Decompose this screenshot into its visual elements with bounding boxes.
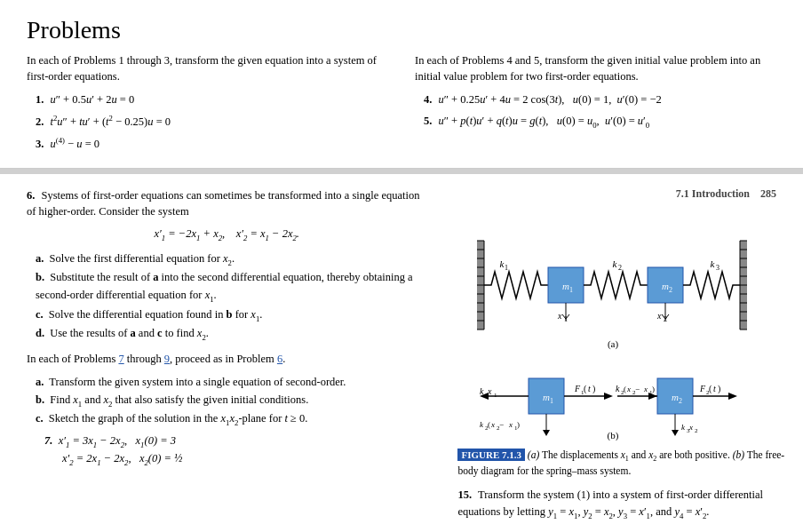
figure-container: k 1 m 1 x 1 [457,214,785,479]
sub-label-b: b. [36,271,44,283]
svg-text:(: ( [709,384,712,394]
svg-text:m: m [672,392,679,402]
svg-text:m: m [562,281,569,291]
svg-text:(b): (b) [607,430,618,441]
svg-text:2: 2 [669,286,672,294]
problem-6-num: 6. [27,189,35,202]
free-body-svg: m 1 k 1 x 1 F 1 [475,361,768,441]
problem-num: 1. [36,93,44,106]
figure-diagram: k 1 m 1 x 1 [457,214,785,441]
svg-text:): ) [592,384,595,394]
problems-left: In each of Problems 1 through 3, transfo… [27,53,388,157]
problems-layout: In each of Problems 1 through 3, transfo… [27,53,776,157]
svg-text:2: 2 [679,397,682,405]
svg-text:F: F [574,384,581,393]
svg-text:x: x [490,420,495,429]
svg-text:(: ( [488,420,490,429]
svg-marker-98 [672,430,679,436]
problem-num: 3. [36,138,44,150]
svg-text:): ) [517,420,520,429]
sub-label-c: c. [36,308,44,321]
problem-15-num: 15. [457,488,472,501]
sub-label-a: a. [36,376,44,388]
list-item: 5. u″ + p(t)u′ + q(t)u = g(t), u(0) = u0… [424,113,776,131]
problem-eq: u″ + 0.25u′ + 4u = 2 cos(3t), u(0) = 1, … [439,93,662,106]
problem-7-eq2: x′2 = 2x1 − 2x2, x2(0) = ½ [62,452,183,467]
intro-right: In each of Problems 4 and 5, transform t… [415,53,776,84]
page-number: 285 [760,187,776,200]
system-equations: x′1 = −2x1 + x2, x′2 = x1 − 2x2. [27,227,426,242]
svg-text:1: 1 [505,264,508,272]
problem-list-right: 4. u″ + 0.25u′ + 4u = 2 cos(3t), u(0) = … [415,91,776,131]
figure-label: FIGURE 7.1.3 [457,449,525,461]
page-container: Problems In each of Problems 1 through 3… [0,0,803,532]
svg-text:k: k [616,384,620,393]
intro-left: In each of Problems 1 through 3, transfo… [27,53,388,84]
svg-text:2: 2 [618,264,622,272]
svg-text:): ) [652,385,655,393]
svg-text:(a): (a) [608,338,619,350]
svg-marker-91 [728,393,737,400]
list-item: a. Solve the first differential equation… [36,250,426,269]
list-item: b. Find x1 and x2 that also satisfy the … [36,391,426,410]
list-item: a. Transform the given system into a sin… [36,373,426,391]
problem-num: 2. [36,115,44,128]
problem-eq: t2u″ + tu′ + (t2 − 0.25)u = 0 [51,115,171,128]
problem-num: 5. [424,115,432,127]
svg-text:k: k [681,423,686,432]
sub-label-c: c. [36,412,44,425]
problem-eq: u″ + 0.5u′ + 2u = 0 [51,93,135,106]
svg-text:k: k [710,258,715,269]
svg-text:): ) [718,384,720,394]
section-number: 7.1 [676,187,689,200]
problem-6: 6. Systems of first-order equations can … [27,187,426,344]
problem-7-header: 7. x′1 = 3x1 − 2x2, x1(0) = 3 [44,434,426,449]
problem-7-line2: x′2 = 2x1 − 2x2, x2(0) = ½ [62,452,426,467]
problem-eq: u″ + p(t)u′ + q(t)u = g(t), u(0) = u0, u… [439,115,650,127]
svg-text:1: 1 [564,315,568,323]
svg-text:1: 1 [550,397,553,405]
sub-label-b: b. [36,393,44,406]
link-7[interactable]: 7 [118,353,123,365]
svg-text:t: t [713,384,716,393]
list-item: d. Use the results of a and c to find x2… [36,324,426,344]
page-title: Problems [27,16,776,44]
list-item: 3. u(4) − u = 0 [36,135,388,153]
svg-text:x: x [643,385,648,393]
link-9[interactable]: 9 [164,353,170,365]
svg-text:(: ( [624,385,626,393]
svg-text:1: 1 [569,286,573,294]
in-each-7-9: In each of Problems 7 through 9, proceed… [27,353,426,366]
svg-text:2: 2 [664,315,667,323]
main-content: 6. Systems of first-order equations can … [0,174,803,532]
problem-7-num: 7. x′1 = 3x1 − 2x2, x1(0) = 3 [44,434,176,449]
svg-text:−: − [635,385,640,393]
svg-text:t: t [588,384,591,393]
list-item: 4. u″ + 0.25u′ + 4u = 2 cos(3t), u(0) = … [424,91,776,108]
list-item: b. Substitute the result of a into the s… [36,268,426,306]
top-section: Problems In each of Problems 1 through 3… [0,0,803,169]
svg-text:k: k [612,258,617,269]
list-item: c. Solve the differential equation found… [36,306,426,325]
in-each-7-9-subs: a. Transform the given system into a sin… [27,373,426,429]
problem-7: 7. x′1 = 3x1 − 2x2, x1(0) = 3 x′2 = 2x1 … [27,434,426,467]
section-name: Introduction [692,187,750,200]
svg-text:x: x [626,385,631,393]
svg-text:(: ( [584,384,587,394]
page-header: 7.1 Introduction 285 [457,187,785,201]
svg-text:m: m [662,281,669,291]
spring-mass-svg: k 1 m 1 x 1 [475,214,768,365]
problem-15: 15. Transform the system (1) into a syst… [457,487,785,521]
right-column: 7.1 Introduction 285 [444,174,803,532]
link-6[interactable]: 6 [277,353,282,365]
problem-6-text: 6. Systems of first-order equations can … [27,187,426,221]
svg-text:x: x [688,423,693,432]
sub-label-a: a. [36,252,44,265]
sub-label-d: d. [36,327,44,339]
svg-text:k: k [480,420,484,429]
svg-text:−: − [499,420,504,429]
problem-list-left: 1. u″ + 0.5u′ + 2u = 0 2. t2u″ + tu′ + (… [27,91,388,153]
problems-right: In each of Problems 4 and 5, transform t… [415,53,776,157]
problem-eq: u(4) − u = 0 [51,138,100,150]
svg-text:x: x [656,311,662,321]
